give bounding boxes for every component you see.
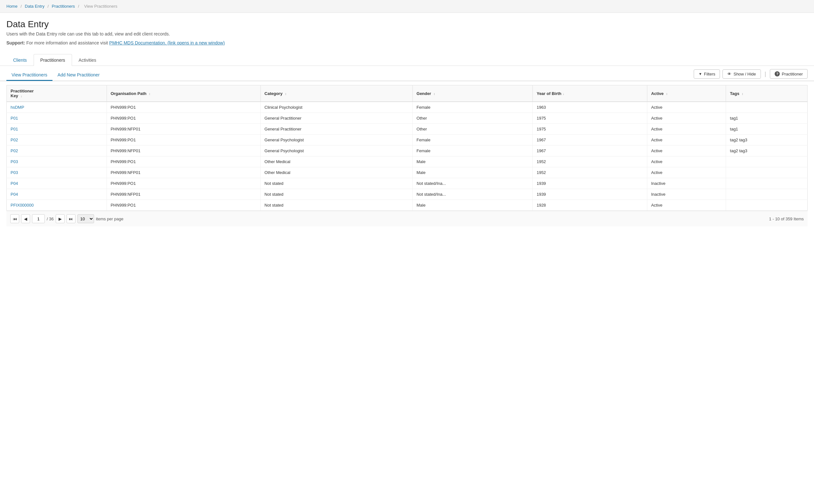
practitioner-key-link-4[interactable]: P02 [11, 148, 18, 153]
practitioner-key-link-0[interactable]: hsDMP [11, 105, 24, 110]
cell-org-2: PHN999:NFP01 [107, 124, 260, 135]
col-header-key[interactable]: PractitionerKey ↓ [7, 85, 107, 102]
cell-gender-7: Not stated/Ina... [413, 178, 533, 189]
cell-active-0: Active [647, 102, 726, 113]
cell-tags-3: tag2 tag3 [726, 135, 808, 146]
cell-yob-6: 1952 [533, 167, 647, 178]
pagination: ⏮ ◀ / 36 ▶ ⏭ 10 25 50 100 items per page… [6, 211, 808, 226]
cell-tags-1: tag1 [726, 113, 808, 124]
table-row: P03 PHN999:NFP01 Other Medical Male 1952… [7, 167, 808, 178]
cell-category-2: General Practitioner [260, 124, 413, 135]
col-header-org-path[interactable]: Organisation Path ↕ [107, 85, 260, 102]
support-link[interactable]: PMHC MDS Documentation. (link opens in a… [109, 40, 225, 45]
cell-org-7: PHN999:PO1 [107, 178, 260, 189]
support-label: Support: [6, 40, 25, 45]
tab-clients[interactable]: Clients [6, 54, 34, 66]
breadcrumb-current: View Practitioners [84, 4, 117, 9]
subtab-view-practitioners[interactable]: View Practitioners [6, 70, 52, 81]
cell-active-9: Active [647, 200, 726, 211]
cell-org-0: PHN999:PO1 [107, 102, 260, 113]
col-header-category[interactable]: Category ↕ [260, 85, 413, 102]
col-header-yob[interactable]: Year of Birth↓ [533, 85, 647, 102]
col-header-active[interactable]: Active ↕ [647, 85, 726, 102]
practitioner-key-link-9[interactable]: PFIX000000 [11, 203, 34, 208]
table-row: P04 PHN999:PO1 Not stated Not stated/Ina… [7, 178, 808, 189]
cell-category-3: General Psychologist [260, 135, 413, 146]
practitioner-key-link-5[interactable]: P03 [11, 159, 18, 164]
cell-tags-7 [726, 178, 808, 189]
practitioner-key-link-7[interactable]: P04 [11, 181, 18, 186]
cell-gender-3: Female [413, 135, 533, 146]
cell-active-2: Active [647, 124, 726, 135]
cell-category-6: Other Medical [260, 167, 413, 178]
cell-key-8: P04 [7, 189, 107, 200]
tab-practitioners[interactable]: Practitioners [34, 54, 72, 66]
table-body: hsDMP PHN999:PO1 Clinical Psychologist F… [7, 102, 808, 211]
breadcrumb-home[interactable]: Home [6, 4, 18, 9]
items-text: items per page [96, 217, 123, 221]
sort-icon-org: ↕ [149, 92, 150, 96]
col-header-tags[interactable]: Tags ↕ [726, 85, 808, 102]
cell-org-3: PHN999:PO1 [107, 135, 260, 146]
cell-gender-2: Other [413, 124, 533, 135]
last-page-button[interactable]: ⏭ [67, 214, 75, 223]
breadcrumb-practitioners[interactable]: Practitioners [52, 4, 75, 9]
cell-gender-5: Male [413, 156, 533, 167]
next-page-button[interactable]: ▶ [56, 214, 65, 223]
table-row: P01 PHN999:NFP01 General Practitioner Ot… [7, 124, 808, 135]
page-number-input[interactable] [32, 214, 45, 223]
cell-key-4: P02 [7, 146, 107, 156]
cell-tags-4: tag2 tag3 [726, 146, 808, 156]
cell-category-0: Clinical Psychologist [260, 102, 413, 113]
pagination-range: 1 - 10 of 359 Items [769, 217, 804, 221]
cell-org-5: PHN999:PO1 [107, 156, 260, 167]
cell-gender-0: Female [413, 102, 533, 113]
cell-active-5: Active [647, 156, 726, 167]
cell-gender-4: Female [413, 146, 533, 156]
cell-yob-3: 1967 [533, 135, 647, 146]
filters-label: Filters [704, 72, 715, 76]
show-hide-label: Show / Hide [733, 72, 756, 76]
page-subtitle: Users with the Data Entry role can use t… [6, 31, 808, 36]
cell-yob-7: 1939 [533, 178, 647, 189]
cell-yob-4: 1967 [533, 146, 647, 156]
practitioner-key-link-2[interactable]: P01 [11, 127, 18, 131]
cell-category-1: General Practitioner [260, 113, 413, 124]
help-button[interactable]: ? Practitioner [770, 69, 808, 79]
tab-activities[interactable]: Activities [72, 54, 103, 66]
col-header-gender[interactable]: Gender ↕ [413, 85, 533, 102]
page-title: Data Entry [6, 19, 808, 29]
practitioner-key-link-3[interactable]: P02 [11, 138, 18, 142]
practitioner-key-link-6[interactable]: P03 [11, 170, 18, 175]
cell-category-4: General Psychologist [260, 146, 413, 156]
sort-icon-active: ↕ [666, 92, 668, 96]
table-container: PractitionerKey ↓ Organisation Path ↕ Ca… [0, 85, 814, 233]
cell-category-5: Other Medical [260, 156, 413, 167]
filters-button[interactable]: ▼ Filters [694, 69, 720, 79]
table-row: hsDMP PHN999:PO1 Clinical Psychologist F… [7, 102, 808, 113]
sort-icon-tags: ↕ [742, 92, 743, 96]
breadcrumb-data-entry[interactable]: Data Entry [25, 4, 44, 9]
cell-yob-2: 1975 [533, 124, 647, 135]
pagination-left: ⏮ ◀ / 36 ▶ ⏭ 10 25 50 100 items per page [10, 214, 123, 223]
breadcrumb: Home / Data Entry / Practitioners / View… [0, 0, 814, 13]
cell-org-1: PHN999:PO1 [107, 113, 260, 124]
practitioner-key-link-8[interactable]: P04 [11, 192, 18, 197]
cell-gender-6: Male [413, 167, 533, 178]
first-page-button[interactable]: ⏮ [10, 214, 19, 223]
cell-tags-5 [726, 156, 808, 167]
show-hide-button[interactable]: 👁 Show / Hide [723, 69, 761, 79]
table-row: P02 PHN999:NFP01 General Psychologist Fe… [7, 146, 808, 156]
breadcrumb-sep1: / [20, 4, 22, 9]
per-page-select[interactable]: 10 25 50 100 [77, 214, 94, 223]
cell-key-2: P01 [7, 124, 107, 135]
cell-yob-9: 1928 [533, 200, 647, 211]
cell-tags-8 [726, 189, 808, 200]
subtabs: View Practitioners Add New Practitioner [6, 70, 105, 80]
practitioner-key-link-1[interactable]: P01 [11, 116, 18, 121]
subtab-actions: ▼ Filters 👁 Show / Hide | ? Practitioner [694, 69, 808, 81]
prev-page-button[interactable]: ◀ [21, 214, 30, 223]
cell-active-3: Active [647, 135, 726, 146]
subtab-add-new-practitioner[interactable]: Add New Practitioner [52, 70, 105, 81]
cell-gender-1: Other [413, 113, 533, 124]
